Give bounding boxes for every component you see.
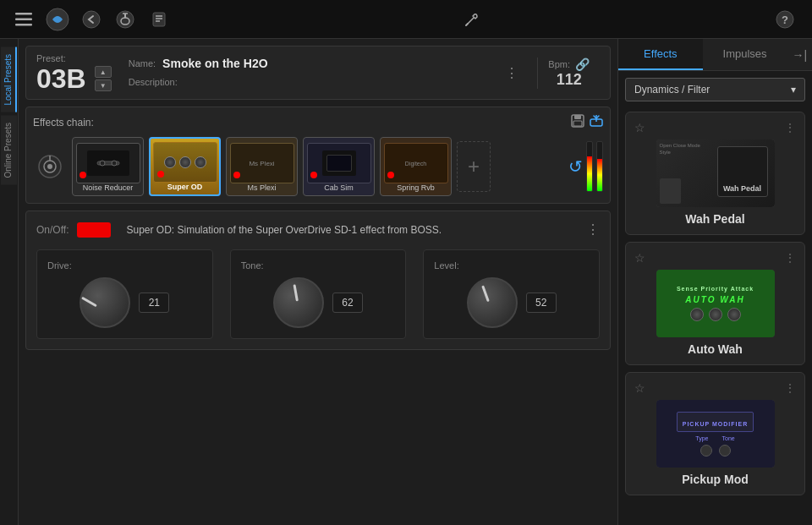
preset-down-button[interactable]: ▼ <box>95 79 112 91</box>
svg-point-26 <box>100 161 105 166</box>
autowah-image: Sense Priority Attack AUTO WAH <box>656 270 775 337</box>
svg-point-27 <box>112 161 117 166</box>
effects-chain-header: Effects chain: <box>33 114 603 130</box>
help-icon[interactable]: ? <box>770 4 800 35</box>
wah-star-icon[interactable]: ☆ <box>634 121 645 134</box>
preset-number: 03B <box>36 65 86 92</box>
effect-editor-more-button[interactable]: ⋮ <box>586 221 600 238</box>
pickup-knobs <box>700 445 731 457</box>
pedal-name: Noise Reducer <box>83 183 134 192</box>
pedal-spring-rvb[interactable]: Digitech Spring Rvb <box>380 137 452 196</box>
effect-card-pickup-mod[interactable]: ☆ ⋮ PICKUP MODIFIER Type Tone <box>625 372 805 495</box>
autowah-more-button[interactable]: ⋮ <box>784 251 796 265</box>
right-panel-filter: Dynamics / Filter ▾ <box>618 71 812 108</box>
wrench-icon[interactable] <box>457 4 487 35</box>
svg-text:?: ? <box>782 14 788 26</box>
preset-info: Name: Smoke on the H2O Description: <box>129 57 494 89</box>
side-tabs: Local Presets Online Presets <box>0 39 19 525</box>
center-content: Preset: 03B ▲ ▼ Name: Smoke on the H2O D… <box>19 39 617 525</box>
knob-group-level: Level: 52 <box>423 249 600 339</box>
svg-rect-1 <box>15 18 32 20</box>
autowah-knob-3 <box>727 308 741 321</box>
preset-name-label: Name: <box>129 58 156 68</box>
tab-effects[interactable]: Effects <box>618 39 703 70</box>
pedal-cab-sim[interactable]: Cab Sim <box>303 137 375 196</box>
pedal-super-od[interactable]: Super OD <box>149 137 221 196</box>
svg-rect-9 <box>153 13 165 26</box>
sidebar-item-online-presets[interactable]: Online Presets <box>1 116 17 185</box>
drive-value: 21 <box>139 293 169 313</box>
onoff-label: On/Off: <box>36 224 69 236</box>
bpm-area: Bpm: 🔗 112 <box>537 57 600 89</box>
tone-indicator <box>293 284 298 301</box>
pedal-name: Cab Sim <box>324 183 354 192</box>
svg-rect-18 <box>573 121 582 126</box>
autowah-knob-1 <box>690 308 704 321</box>
level-fill-left <box>587 156 592 191</box>
knob-group-tone: Tone: 62 <box>230 249 407 339</box>
pedal-active-dot <box>233 172 240 178</box>
tone-knob[interactable] <box>273 277 324 328</box>
preset-more-button[interactable]: ⋮ <box>502 62 522 85</box>
wah-more-button[interactable]: ⋮ <box>784 121 796 134</box>
wah-pedal-name: Wah Pedal <box>685 212 744 226</box>
level-meter-right <box>596 141 603 192</box>
preset-header: Preset: 03B ▲ ▼ Name: Smoke on the H2O D… <box>25 46 611 100</box>
level-meter-left <box>586 141 593 192</box>
right-panel: Effects Impulses →| Dynamics / Filter ▾ … <box>617 39 812 525</box>
add-effect-button[interactable]: + <box>457 141 491 192</box>
tab-impulses[interactable]: Impulses <box>703 39 787 70</box>
pedal-active-dot <box>387 172 394 178</box>
export-button[interactable]: →| <box>787 39 812 70</box>
filter-dropdown[interactable]: Dynamics / Filter ▾ <box>625 78 805 101</box>
pickup-mod-name: Pickup Mod <box>682 473 749 486</box>
auto-wah-name: Auto Wah <box>688 342 743 356</box>
pickup-star-icon[interactable]: ☆ <box>634 381 645 395</box>
back-icon[interactable] <box>76 4 107 35</box>
pedal-noise-reducer[interactable]: Noise Reducer <box>72 137 144 196</box>
tone-label: Tone: <box>241 260 264 271</box>
wah-card-header: ☆ ⋮ <box>634 121 796 134</box>
pedal-ms-plexi[interactable]: Ms Plexi Ms Plexi <box>226 137 298 196</box>
svg-point-4 <box>83 11 100 28</box>
pickup-card-header: ☆ ⋮ <box>634 381 796 395</box>
export-chain-icon[interactable] <box>590 114 603 130</box>
effect-card-auto-wah[interactable]: ☆ ⋮ Sense Priority Attack AUTO WAH Aut <box>625 242 805 365</box>
save-chain-icon[interactable] <box>571 114 584 130</box>
level-fill-right <box>597 159 602 191</box>
preset-up-button[interactable]: ▲ <box>95 66 112 78</box>
preset-label: Preset: <box>36 53 112 63</box>
effects-list: ☆ ⋮ Open Close Mode Style Wah Pedal Wah … <box>618 108 812 525</box>
autowah-star-icon[interactable]: ☆ <box>634 251 645 265</box>
drive-knob-row: 21 <box>80 277 169 328</box>
drive-knob[interactable] <box>80 277 130 328</box>
pickup-text: PICKUP MODIFIER <box>683 421 749 427</box>
bpm-value: 112 <box>557 71 582 89</box>
tone-knob-row: 62 <box>273 277 363 328</box>
notes-icon[interactable] <box>144 4 174 35</box>
drive-label: Drive: <box>47 260 72 271</box>
pedal-active-dot <box>80 172 86 178</box>
onoff-toggle[interactable] <box>77 222 111 238</box>
menu-icon[interactable] <box>8 4 39 35</box>
effects-chain-container: Effects chain: <box>25 107 611 204</box>
guitar-icon[interactable] <box>110 4 140 35</box>
main-layout: Local Presets Online Presets Preset: 03B… <box>0 39 812 525</box>
pedal-active-dot <box>310 172 317 178</box>
effects-chain-label: Effects chain: <box>33 117 94 129</box>
knob-group-drive: Drive: 21 <box>36 249 213 339</box>
sidebar-item-local-presets[interactable]: Local Presets <box>1 47 17 112</box>
effect-editor-header: On/Off: Super OD: Simulation of the Supe… <box>36 221 600 238</box>
level-knob[interactable] <box>467 277 518 328</box>
wah-pedal-visual: Open Close Mode Style Wah Pedal <box>656 139 775 207</box>
preset-name-value: Smoke on the H2O <box>162 57 267 70</box>
pickup-more-button[interactable]: ⋮ <box>784 381 796 395</box>
effect-card-wah-pedal[interactable]: ☆ ⋮ Open Close Mode Style Wah Pedal Wah … <box>625 112 805 235</box>
logo-icon[interactable] <box>42 4 73 35</box>
refresh-icon[interactable]: ↺ <box>568 156 583 177</box>
tone-value: 62 <box>332 293 363 313</box>
autowah-card-header: ☆ ⋮ <box>634 251 796 265</box>
chain-input-icon <box>33 141 67 192</box>
bpm-link-icon[interactable]: 🔗 <box>575 57 590 71</box>
svg-line-13 <box>466 24 468 25</box>
